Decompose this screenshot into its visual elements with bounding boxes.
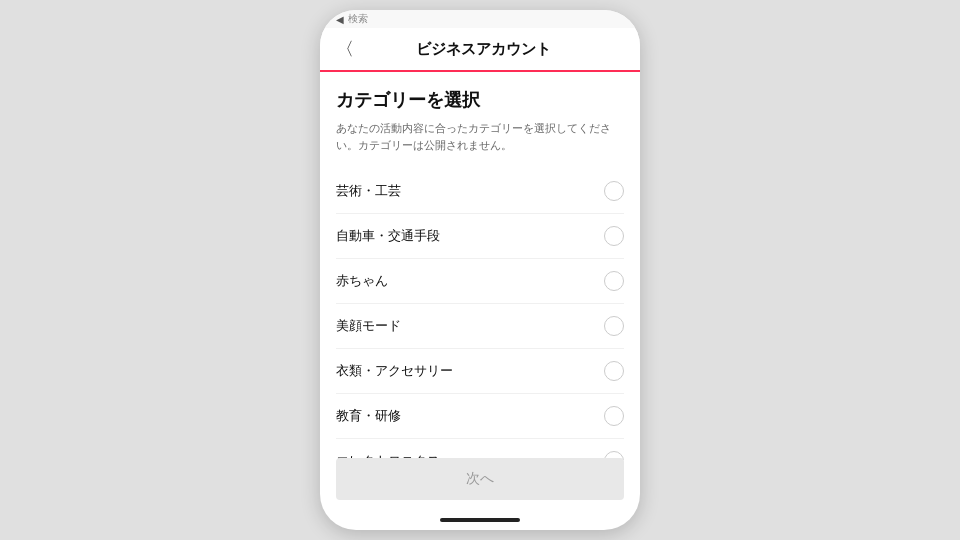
page-title: ビジネスアカウント xyxy=(362,40,604,59)
section-title: カテゴリーを選択 xyxy=(336,88,624,112)
category-label: 赤ちゃん xyxy=(336,272,388,290)
home-indicator xyxy=(440,518,520,522)
list-item[interactable]: エレクトロニクス xyxy=(336,439,624,460)
radio-unchecked[interactable] xyxy=(604,316,624,336)
radio-unchecked[interactable] xyxy=(604,361,624,381)
category-label: 美顔モード xyxy=(336,317,401,335)
category-label: 衣類・アクセサリー xyxy=(336,362,453,380)
radio-unchecked[interactable] xyxy=(604,226,624,246)
list-item[interactable]: 教育・研修 xyxy=(336,394,624,439)
radio-unchecked[interactable] xyxy=(604,181,624,201)
radio-unchecked[interactable] xyxy=(604,271,624,291)
list-item[interactable]: 自動車・交通手段 xyxy=(336,214,624,259)
list-item[interactable]: 美顔モード xyxy=(336,304,624,349)
section-description: あなたの活動内容に合ったカテゴリーを選択してください。カテゴリーは公開されません… xyxy=(336,120,624,153)
radio-unchecked[interactable] xyxy=(604,406,624,426)
content-area: カテゴリーを選択 あなたの活動内容に合ったカテゴリーを選択してください。カテゴリ… xyxy=(320,72,640,460)
search-label: 検索 xyxy=(348,12,368,26)
list-item[interactable]: 赤ちゃん xyxy=(336,259,624,304)
bottom-button-area: 次へ xyxy=(320,458,640,500)
nav-header: 〈 ビジネスアカウント xyxy=(320,28,640,72)
list-item[interactable]: 衣類・アクセサリー xyxy=(336,349,624,394)
next-button[interactable]: 次へ xyxy=(336,458,624,500)
back-arrow-small: ◀ xyxy=(336,14,344,25)
category-label: 芸術・工芸 xyxy=(336,182,401,200)
phone-container: ◀ 検索 〈 ビジネスアカウント カテゴリーを選択 あなたの活動内容に合ったカテ… xyxy=(320,10,640,530)
back-button[interactable]: 〈 xyxy=(336,37,354,61)
top-bar: ◀ 検索 xyxy=(320,10,640,28)
category-label: 自動車・交通手段 xyxy=(336,227,440,245)
category-label: 教育・研修 xyxy=(336,407,401,425)
category-list: 芸術・工芸 自動車・交通手段 赤ちゃん 美顔モード 衣類・アクセサリー 教育・研… xyxy=(336,169,624,460)
list-item[interactable]: 芸術・工芸 xyxy=(336,169,624,214)
